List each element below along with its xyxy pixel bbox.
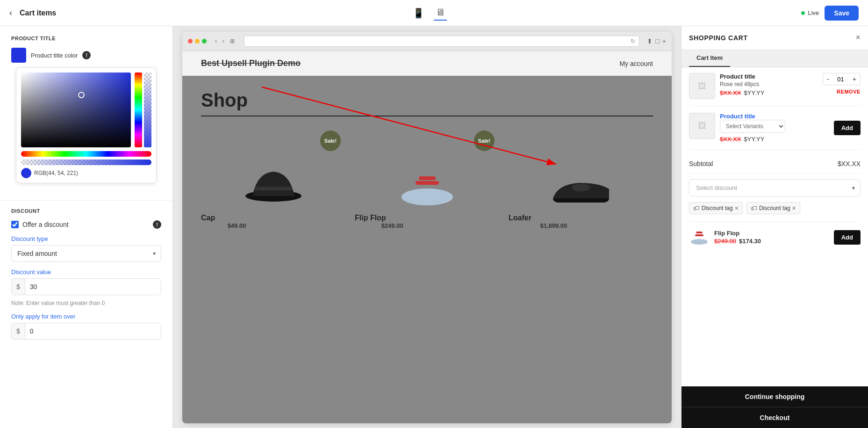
cart-item-1-info: Product title Rose red 48pcs $XX.XX $YY.…: [720, 73, 818, 96]
browser-chrome: ‹ › ⊞ ↻ ⬆ □ +: [182, 32, 672, 51]
browser-content: Best Upsell Plugin Demo My account Shop …: [182, 51, 672, 423]
discount-value-input[interactable]: [25, 279, 161, 295]
cart-body: 🖼 Product title Rose red 48pcs $XX.XX $Y…: [681, 67, 868, 386]
tag-icon-2: 🏷: [751, 204, 757, 212]
offer-discount-label: Offer a discount: [22, 221, 149, 228]
discount-type-select[interactable]: Fixed amount Percentage: [11, 245, 161, 262]
browser-dots: [188, 39, 207, 44]
upsell-add-button-2[interactable]: Add: [834, 121, 861, 135]
alpha-row: [21, 160, 151, 165]
only-apply-input[interactable]: [25, 323, 161, 339]
back-button[interactable]: ‹: [9, 8, 12, 18]
img-placeholder-2: 🖼: [698, 121, 706, 131]
live-label: Live: [808, 9, 819, 16]
tag-close-2[interactable]: ×: [792, 205, 796, 211]
offer-discount-info-icon[interactable]: !: [153, 220, 161, 229]
cart-item-1: 🖼 Product title Rose red 48pcs $XX.XX $Y…: [689, 73, 861, 106]
variant-select-2[interactable]: Select Variants: [720, 120, 785, 133]
offer-discount-checkbox[interactable]: [11, 221, 19, 228]
qty-decrease-1[interactable]: -: [823, 73, 833, 85]
gradient-row: [21, 151, 151, 157]
only-apply-input-wrap: $: [11, 323, 161, 340]
discount-section-label: DISCOUNT: [11, 208, 161, 214]
browser-dot-yellow[interactable]: [195, 39, 200, 44]
color-row: Product title color !: [11, 48, 161, 63]
sale-badge-cap: Sale!: [320, 131, 341, 151]
alpha-slider-vertical[interactable]: [144, 73, 151, 147]
page-title: Cart items: [20, 9, 56, 17]
info-icon[interactable]: !: [82, 51, 91, 59]
rec-flipflop-svg: [689, 227, 710, 247]
browser-address-bar[interactable]: ↻: [244, 36, 639, 47]
rec-add-button[interactable]: Add: [834, 230, 861, 245]
discount-value-label: Discount value: [11, 268, 161, 276]
saturation-value-area[interactable]: [21, 73, 131, 147]
browser-back-btn[interactable]: ‹: [213, 37, 219, 45]
svg-point-5: [572, 184, 590, 191]
browser-forward-btn[interactable]: ›: [221, 37, 226, 45]
browser-layout-btn[interactable]: ⊞: [228, 37, 237, 45]
continue-shopping-button[interactable]: Continue shopping: [681, 386, 868, 407]
product-name-flipflop: Flip Flop: [355, 214, 499, 222]
rec-price-new: $174.30: [739, 238, 761, 245]
svg-rect-10: [696, 232, 703, 233]
upsell-item-2: 🖼 Product title Select Variants $XX.XX $…: [689, 113, 861, 150]
product-prices-cap: $199.00 $49.00: [201, 222, 345, 229]
alpha-bar[interactable]: [21, 160, 151, 165]
browser-add-btn[interactable]: +: [662, 37, 666, 45]
cart-header: SHOPPING CART ×: [681, 26, 868, 50]
discount-tag-2: 🏷 Discount tag ×: [746, 202, 800, 214]
color-swatch[interactable]: [11, 48, 26, 63]
svg-point-2: [402, 189, 453, 205]
rgb-value: RGB(44, 54, 221): [34, 170, 78, 176]
checkout-button[interactable]: Checkout: [681, 407, 868, 428]
left-panel: PRODUCT TITLE Product title color !: [0, 26, 173, 428]
main-layout: PRODUCT TITLE Product title color !: [0, 26, 868, 428]
qty-increase-1[interactable]: +: [849, 73, 860, 85]
view-switcher: 📱 🖥: [411, 5, 447, 21]
remove-button-1[interactable]: REMOVE: [837, 89, 861, 94]
discount-note: Note: Enter value must greater than 0: [11, 300, 161, 306]
svg-point-8: [691, 239, 708, 245]
svg-rect-9: [695, 234, 703, 236]
cart-item-1-prices: $XX.XX $YY.YY: [720, 89, 818, 96]
color-cursor: [78, 92, 85, 98]
discount-select[interactable]: Select discount: [689, 179, 861, 196]
desktop-view-icon[interactable]: 🖥: [434, 5, 447, 21]
cart-close-button[interactable]: ×: [855, 33, 861, 43]
browser-dot-green[interactable]: [202, 39, 207, 44]
svg-rect-4: [419, 176, 436, 180]
right-panel: SHOPPING CART × Cart Item 🖼 Product titl…: [681, 26, 868, 428]
rec-prices: $249.00 $174.30: [714, 238, 829, 245]
live-badge: Live: [801, 9, 819, 16]
cart-item-1-img: 🖼: [689, 73, 715, 99]
color-preview-dot: [21, 168, 31, 178]
rgb-input-row: RGB(44, 54, 221): [21, 168, 151, 178]
browser-share-btn[interactable]: ⬆: [647, 37, 653, 45]
top-bar: ‹ Cart items 📱 🖥 Live Save: [0, 0, 868, 26]
cart-item-1-actions: - 01 + REMOVE: [823, 73, 861, 94]
price-new-flipflop: $249.00: [381, 222, 403, 229]
discount-type-label: Discount type: [11, 235, 161, 242]
product-img-cap: Sale!: [201, 126, 345, 210]
color-picker-popup: RGB(44, 54, 221): [16, 67, 157, 183]
rec-info: Flip Flop $249.00 $174.30: [714, 230, 829, 245]
price-old-loafer: $1,999.00: [509, 222, 536, 229]
tab-cart-item[interactable]: Cart Item: [689, 50, 730, 67]
hue-bar[interactable]: [21, 151, 151, 157]
browser-dot-red[interactable]: [188, 39, 193, 44]
product-img-loafer: [509, 126, 653, 210]
cart-title: SHOPPING CART: [689, 34, 748, 42]
upsell-item-2-prices: $XX.XX $YY.YY: [720, 136, 829, 143]
save-button[interactable]: Save: [825, 6, 859, 21]
upsell-item-2-img: 🖼: [689, 113, 715, 139]
browser-mockup: ‹ › ⊞ ↻ ⬆ □ + Best Upsell Plugin Demo My…: [182, 32, 672, 423]
browser-bookmark-btn[interactable]: □: [655, 37, 659, 45]
tag-close-1[interactable]: ×: [735, 205, 739, 211]
cart-tab-bar: Cart Item: [681, 50, 868, 67]
discount-value-prefix: $: [12, 279, 25, 295]
hue-slider-vertical[interactable]: [135, 73, 142, 147]
product-name-loafer: Loafer: [509, 214, 653, 222]
mobile-view-icon[interactable]: 📱: [411, 6, 426, 21]
product-prices-flipflop: $599.00 $249.00: [355, 222, 499, 229]
